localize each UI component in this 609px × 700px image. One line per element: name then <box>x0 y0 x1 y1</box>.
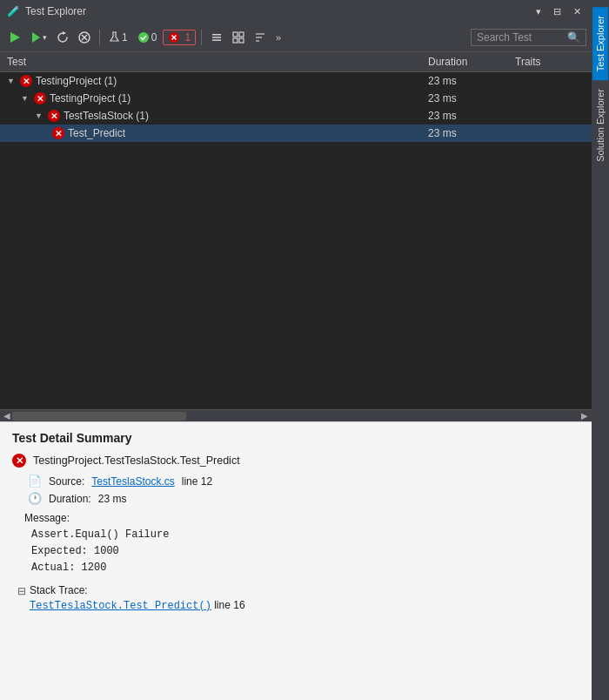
test-node-label: TestingProject (1) <box>50 92 130 104</box>
run-button[interactable]: ▾ <box>27 29 50 46</box>
message-content: Assert.Equal() Failure Expected: 1000 Ac… <box>24 527 579 577</box>
toolbar: ▾ 1 0 1 <box>0 23 592 52</box>
fail-badge-button[interactable]: 1 <box>163 30 196 45</box>
group-button[interactable] <box>229 29 248 46</box>
error-icon: ✕ <box>20 75 32 87</box>
cancel-button[interactable] <box>75 29 94 46</box>
tree-header: Test Duration Traits <box>0 52 592 72</box>
pass-badge-button[interactable]: 0 <box>134 29 161 46</box>
tab-solution-explorer[interactable]: Solution Explorer <box>592 80 608 171</box>
test-node-label: TestingProject (1) <box>36 75 117 87</box>
stack-collapse-icon: ⊟ <box>17 585 26 612</box>
collapse-arrow-icon: ▼ <box>35 111 43 120</box>
col-duration-header: Duration <box>428 56 515 68</box>
stack-line: line 16 <box>214 599 244 611</box>
svg-marker-1 <box>32 32 40 43</box>
svg-rect-14 <box>233 38 238 43</box>
sep1 <box>99 30 100 45</box>
detail-title: Test Detail Summary <box>12 431 579 445</box>
side-tabs: Test Explorer Solution Explorer <box>592 0 609 700</box>
stack-label: Stack Trace: <box>30 584 579 596</box>
col-test-header: Test <box>7 56 428 68</box>
svg-rect-12 <box>233 32 238 37</box>
pass-count: 0 <box>151 31 157 44</box>
test-duration: 23 ms <box>428 92 515 104</box>
collapse-arrow-icon: ▼ <box>21 94 29 103</box>
duration-icon: 🕐 <box>28 492 42 505</box>
svg-rect-15 <box>239 38 244 43</box>
title-bar: 🧪 Test Explorer ▾ ⊟ ✕ <box>0 0 592 23</box>
flask-count: 1 <box>122 31 128 44</box>
sort-button[interactable] <box>251 29 270 46</box>
window-title: Test Explorer <box>25 5 86 17</box>
more-button[interactable] <box>207 29 226 46</box>
source-line: line 12 <box>182 475 212 488</box>
flask-badge-button[interactable]: 1 <box>105 29 131 46</box>
detail-test-name-row: ✕ TestingProject.TestTeslaStock.Test_Pre… <box>12 454 579 468</box>
detail-panel: Test Detail Summary ✕ TestingProject.Tes… <box>0 421 592 700</box>
error-icon: ✕ <box>34 92 46 104</box>
svg-rect-13 <box>239 32 244 37</box>
refresh-button[interactable] <box>53 29 72 46</box>
test-duration: 23 ms <box>428 75 515 87</box>
detail-duration-row: 🕐 Duration: 23 ms <box>12 492 579 505</box>
svg-point-5 <box>138 32 149 43</box>
stack-trace-block: ⊟ Stack Trace: TestTeslaStock.Test_Predi… <box>12 584 579 612</box>
scrollbar[interactable]: ◀ ▶ <box>0 409 592 421</box>
pin-button[interactable]: ▾ <box>532 4 545 19</box>
tab-test-explorer[interactable]: Test Explorer <box>592 7 608 80</box>
tree-row[interactable]: ▼ ✕ TestingProject (1) 23 ms <box>0 72 592 90</box>
window-icon: 🧪 <box>7 5 20 17</box>
search-icon: 🔍 <box>567 31 580 44</box>
message-line-1: Assert.Equal() Failure <box>31 527 579 543</box>
search-input[interactable] <box>477 31 564 44</box>
source-link[interactable]: TestTeslaStock.cs <box>91 475 174 488</box>
scroll-right-icon[interactable]: ▶ <box>579 411 590 421</box>
minimize-button[interactable]: ⊟ <box>550 4 565 19</box>
search-box: 🔍 <box>471 29 586 46</box>
message-block: Message: Assert.Equal() Failure Expected… <box>12 512 579 577</box>
duration-value: 23 ms <box>98 493 127 505</box>
test-node-label: TestTeslaStock (1) <box>64 110 149 122</box>
svg-rect-11 <box>212 39 221 41</box>
scroll-left-icon[interactable]: ◀ <box>2 411 12 421</box>
tree-content[interactable]: ▼ ✕ TestingProject (1) 23 ms ▼ ✕ Testing… <box>0 72 592 409</box>
fail-count: 1 <box>184 31 191 44</box>
scroll-thumb[interactable] <box>12 412 186 421</box>
tree-row[interactable]: ▼ ✕ TestTeslaStock (1) 23 ms <box>0 107 592 125</box>
source-label: Source: <box>49 475 84 488</box>
source-icon: 📄 <box>28 475 42 488</box>
message-label: Message: <box>24 512 579 524</box>
test-duration: 23 ms <box>428 127 515 139</box>
sep2 <box>201 30 202 45</box>
collapse-arrow-icon: ▼ <box>7 77 15 85</box>
stack-link[interactable]: TestTeslaStock.Test_Predict() <box>30 600 211 612</box>
message-line-3: Actual: 1200 <box>31 560 579 576</box>
run-all-button[interactable] <box>5 29 24 46</box>
error-icon: ✕ <box>48 110 60 122</box>
svg-marker-0 <box>10 32 20 43</box>
col-traits-header: Traits <box>515 56 585 68</box>
detail-source-row: 📄 Source: TestTeslaStock.cs line 12 <box>12 475 579 488</box>
test-node-label: Test_Predict <box>68 127 125 139</box>
svg-rect-9 <box>212 34 221 36</box>
error-icon: ✕ <box>52 127 64 139</box>
detail-error-icon: ✕ <box>12 454 26 468</box>
svg-rect-10 <box>212 37 221 38</box>
overflow-button[interactable]: » <box>272 30 285 45</box>
duration-label: Duration: <box>49 493 91 505</box>
close-button[interactable]: ✕ <box>570 4 585 19</box>
test-duration: 23 ms <box>428 110 515 122</box>
stack-link-row: TestTeslaStock.Test_Predict() line 16 <box>30 599 579 612</box>
tree-row[interactable]: ▼ ✕ TestingProject (1) 23 ms <box>0 90 592 107</box>
test-tree-area: Test Duration Traits ▼ ✕ TestingProject … <box>0 52 592 421</box>
tree-row[interactable]: ✕ Test_Predict 23 ms <box>0 125 592 142</box>
detail-test-full-name: TestingProject.TestTeslaStock.Test_Predi… <box>33 454 240 467</box>
message-line-2: Expected: 1000 <box>31 543 579 560</box>
